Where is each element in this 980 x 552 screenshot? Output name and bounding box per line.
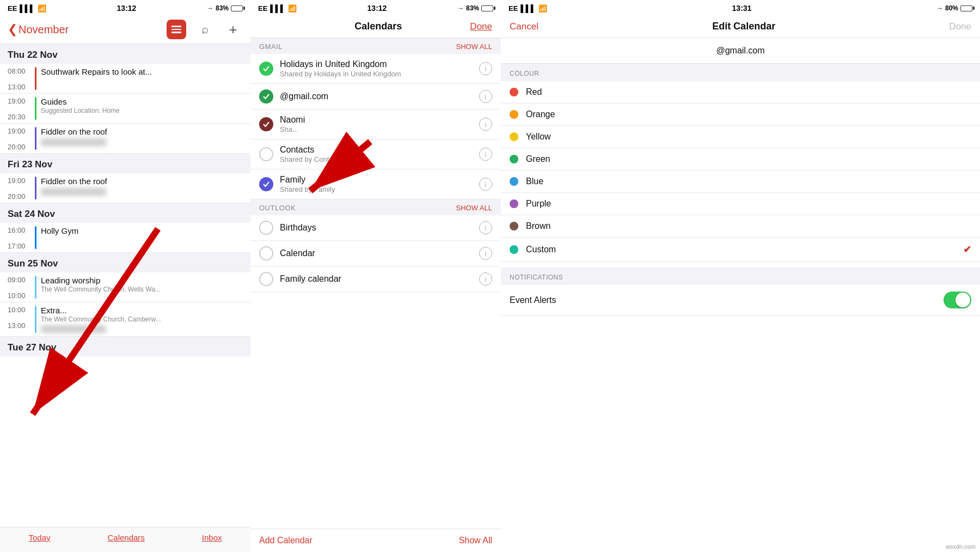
event-fiddler-fri[interactable]: 19:00 20:00 Fiddler on the roof <box>0 173 250 203</box>
calendar-item-family-cal[interactable]: Family calendar i <box>250 266 501 292</box>
holidays-sub: Shared by Holidays in United Kingdom <box>280 70 475 78</box>
status-right-3: → 80% <box>936 4 972 12</box>
list-view-button[interactable] <box>167 20 186 39</box>
day-header-sun: Sun 25 Nov <box>0 253 250 272</box>
header-icons: ⌕ + <box>167 20 243 39</box>
today-button[interactable]: Today <box>28 533 50 542</box>
gmail-section-header: GMAIL SHOW ALL <box>250 38 501 54</box>
calendar-text: Calendar <box>280 248 475 258</box>
inbox-button[interactable]: Inbox <box>202 533 222 542</box>
naomi-text: Naomi Sha... <box>280 115 475 134</box>
event-bar-leading <box>35 276 36 299</box>
line-1 <box>171 26 181 27</box>
check-calendar[interactable] <box>259 246 273 260</box>
email-row: @gmail.com <box>501 38 980 64</box>
gmail-name: @gmail.com <box>280 92 475 101</box>
location-icon-3: → <box>936 4 943 12</box>
calendar-panel: EE ▌▌▌ 📶 13:12 → 83% ❮ November <box>0 0 250 552</box>
colour-purple[interactable]: Purple <box>501 193 980 215</box>
calendar-name: Calendar <box>280 248 475 258</box>
calendar-item-gmail[interactable]: @gmail.com i <box>250 84 501 110</box>
info-calendar[interactable]: i <box>479 247 492 260</box>
check-contacts[interactable] <box>259 147 273 161</box>
calendars-button[interactable]: Calendars <box>107 533 144 542</box>
holidays-name: Holidays in United Kingdom <box>280 59 475 69</box>
event-leading[interactable]: 09:00 10:00 Leading worship The Well Com… <box>0 272 250 302</box>
yellow-dot <box>510 132 518 141</box>
info-birthdays[interactable]: i <box>479 221 492 234</box>
event-fiddler-thu[interactable]: 19:00 20:00 Fiddler on the roof <box>0 124 250 154</box>
event-holly-gym[interactable]: 16:00 17:00 Holly Gym <box>0 223 250 253</box>
search-button[interactable]: ⌕ <box>195 20 215 39</box>
event-extra[interactable]: 10:00 13:00 Extra... The Well Community … <box>0 302 250 337</box>
event-sub-extra: The Well Community Church, Camberw... <box>41 316 243 323</box>
info-family-cal[interactable]: i <box>479 272 492 286</box>
colour-green[interactable]: Green <box>501 148 980 171</box>
line-2 <box>171 29 181 31</box>
info-holidays[interactable]: i <box>479 62 492 75</box>
colour-blue[interactable]: Blue <box>501 171 980 193</box>
show-all-button[interactable]: Show All <box>459 536 492 545</box>
blue-dot <box>510 177 518 186</box>
family-sub: Shared by Family <box>280 185 475 193</box>
edit-done-button: Done <box>949 21 971 32</box>
check-family[interactable] <box>259 177 273 191</box>
orange-dot <box>510 110 518 119</box>
check-naomi[interactable] <box>259 117 273 131</box>
event-southwark[interactable]: 08:00 13:00 Southwark Repairs to look at… <box>0 64 250 94</box>
check-family-cal[interactable] <box>259 272 273 286</box>
colour-blue-label: Blue <box>526 177 971 186</box>
check-gmail[interactable] <box>259 89 273 104</box>
event-title-holly: Holly Gym <box>41 226 243 235</box>
done-button[interactable]: Done <box>470 21 492 32</box>
event-guides[interactable]: 19:00 20:30 Guides Suggested Location: H… <box>0 94 250 124</box>
time-2: 13:12 <box>367 4 387 13</box>
calendar-item-naomi[interactable]: Naomi Sha... i <box>250 110 501 139</box>
info-family[interactable]: i <box>479 178 492 191</box>
watermark: wsxdn.com <box>946 543 976 550</box>
info-contacts[interactable]: i <box>479 148 492 161</box>
gmail-text: @gmail.com <box>280 92 475 101</box>
add-event-button[interactable]: + <box>223 20 243 39</box>
colour-section-label: COLOUR <box>510 70 539 77</box>
cancel-button[interactable]: Cancel <box>510 21 538 32</box>
back-button[interactable]: ❮ November <box>8 22 69 37</box>
calendar-header: ❮ November ⌕ + <box>0 15 250 44</box>
add-calendar-button[interactable]: Add Calendar <box>259 536 313 545</box>
calendar-item-family[interactable]: Family Shared by Family i <box>250 169 501 199</box>
battery-icon-1 <box>231 5 243 11</box>
check-holidays[interactable] <box>259 62 273 76</box>
birthdays-text: Birthdays <box>280 223 475 233</box>
colour-brown[interactable]: Brown <box>501 215 980 238</box>
panel-calendars-wrapper: EE ▌▌▌ 📶 13:12 → 83% Calendars Done GMAI… <box>250 0 501 552</box>
check-birthdays[interactable] <box>259 221 273 235</box>
event-alerts-row: Event Alerts <box>501 285 980 316</box>
info-naomi[interactable]: i <box>479 118 492 131</box>
gmail-show-all[interactable]: SHOW ALL <box>456 43 492 51</box>
status-right-2: → 83% <box>457 4 493 12</box>
calendar-item-birthdays[interactable]: Birthdays i <box>250 215 501 241</box>
edit-header: Cancel Edit Calendar Done <box>501 15 980 38</box>
family-cal-name: Family calendar <box>280 274 475 284</box>
end-time: 20:00 <box>8 143 33 151</box>
event-title-southwark: Southwark Repairs to look at... <box>41 67 243 76</box>
calendar-item-holidays[interactable]: Holidays in United Kingdom Shared by Hol… <box>250 54 501 84</box>
day-header-thu: Thu 22 Nov <box>0 44 250 64</box>
calendar-item-calendar[interactable]: Calendar i <box>250 241 501 266</box>
month-title[interactable]: November <box>19 23 69 36</box>
event-alerts-toggle[interactable] <box>944 292 971 308</box>
colour-orange[interactable]: Orange <box>501 104 980 126</box>
event-content-southwark: Southwark Repairs to look at... <box>41 66 243 91</box>
info-gmail[interactable]: i <box>479 90 492 103</box>
contacts-name: Contacts <box>280 145 475 155</box>
holidays-text: Holidays in United Kingdom Shared by Hol… <box>280 59 475 78</box>
event-content-guides: Guides Suggested Location: Home <box>41 96 243 121</box>
end-time: 20:30 <box>8 113 33 121</box>
colour-custom[interactable]: Custom ✔ <box>501 238 980 262</box>
wifi-icon-1: 📶 <box>38 4 46 13</box>
colour-red[interactable]: Red <box>501 81 980 104</box>
colour-yellow[interactable]: Yellow <box>501 126 980 148</box>
colour-custom-label: Custom <box>526 245 963 254</box>
calendar-item-contacts[interactable]: Contacts Shared by Contacts i <box>250 139 501 169</box>
outlook-show-all[interactable]: SHOW ALL <box>456 204 492 212</box>
